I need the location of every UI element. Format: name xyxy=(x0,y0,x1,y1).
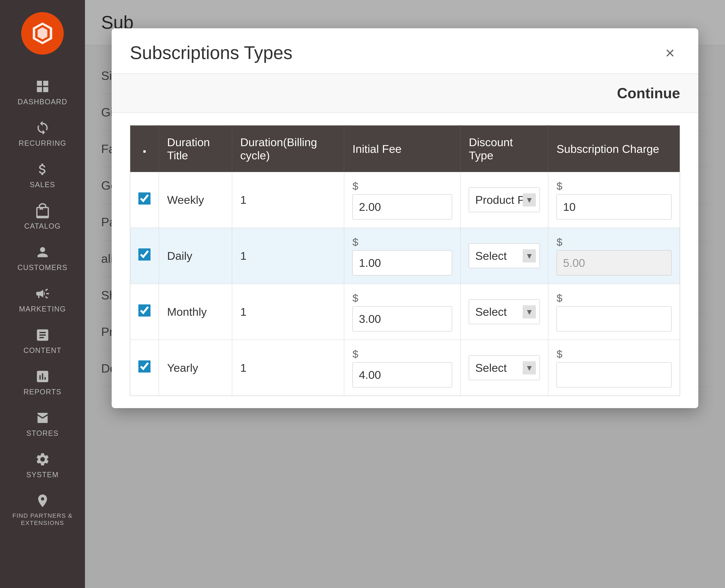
row-subscription-charge: $ xyxy=(548,172,680,228)
sidebar-item-content-label: CONTENT xyxy=(23,346,61,355)
row-monthly-discount-select[interactable]: SelectProduct PriceFixedPercent xyxy=(469,299,540,324)
marketing-icon xyxy=(35,286,50,301)
row-weekly-initial-fee-input[interactable] xyxy=(353,194,452,219)
row-weekly-checkbox[interactable] xyxy=(138,192,150,205)
sidebar-item-marketing[interactable]: MARKETING xyxy=(0,278,85,319)
catalog-icon xyxy=(35,203,50,218)
row-monthly-charge-input[interactable] xyxy=(557,306,671,332)
row-billing-cycle: 1 xyxy=(232,284,344,340)
row-yearly-initial-fee-input[interactable] xyxy=(353,362,452,387)
continue-bar: Continue xyxy=(112,74,698,113)
dollar-sign: $ xyxy=(557,292,671,304)
row-daily-initial-fee-input[interactable] xyxy=(353,250,452,275)
modal-overlay: Subscriptions Types × Continue xyxy=(85,0,725,588)
app-container: DASHBOARD RECURRING SALES CATALOG CUSTOM… xyxy=(0,0,725,588)
col-initial-fee: Initial Fee xyxy=(344,125,460,172)
col-check xyxy=(130,125,159,172)
row-weekly-charge-input[interactable] xyxy=(557,194,671,219)
continue-button[interactable]: Continue xyxy=(617,85,680,102)
sidebar-item-recurring[interactable]: RECURRING xyxy=(0,112,85,154)
row-initial-fee: $ xyxy=(344,228,460,284)
dollar-sign: $ xyxy=(557,180,671,192)
sales-icon xyxy=(35,162,50,177)
sidebar-item-stores[interactable]: STORES xyxy=(0,402,85,444)
row-discount-type: SelectProduct PriceFixedPercent▼ xyxy=(460,228,548,284)
dollar-sign: $ xyxy=(557,348,671,360)
select-wrapper: SelectProduct PriceFixedPercent▼ xyxy=(469,244,540,268)
subscription-modal: Subscriptions Types × Continue xyxy=(112,28,698,408)
table-header-row: Duration Title Duration(Billing cycle) I… xyxy=(130,125,680,172)
sidebar-item-dashboard-label: DASHBOARD xyxy=(18,98,67,106)
row-daily-charge-input xyxy=(557,250,671,275)
select-wrapper: SelectProduct PriceFixedPercent▼ xyxy=(469,299,540,324)
table-row: Yearly1$SelectProduct PriceFixedPercent▼… xyxy=(130,340,680,396)
row-checkbox-cell xyxy=(130,228,159,284)
dollar-sign: $ xyxy=(557,236,671,248)
row-discount-type: SelectProduct PriceFixedPercent▼ xyxy=(460,284,548,340)
table-row: Monthly1$SelectProduct PriceFixedPercent… xyxy=(130,284,680,340)
row-duration-title: Daily xyxy=(159,228,232,284)
row-weekly-discount-select[interactable]: SelectProduct PriceFixedPercent xyxy=(469,187,540,212)
row-monthly-checkbox[interactable] xyxy=(138,304,150,317)
row-initial-fee: $ xyxy=(344,284,460,340)
sidebar-item-reports-label: REPORTS xyxy=(23,388,61,396)
row-billing-cycle: 1 xyxy=(232,172,344,228)
magento-logo xyxy=(21,12,64,55)
row-daily-discount-select[interactable]: SelectProduct PriceFixedPercent xyxy=(469,244,540,268)
row-duration-title: Yearly xyxy=(159,340,232,396)
row-yearly-discount-select[interactable]: SelectProduct PriceFixedPercent xyxy=(469,355,540,380)
table-row: Weekly1$SelectProduct PriceFixedPercent▼… xyxy=(130,172,680,228)
row-yearly-charge-input[interactable] xyxy=(557,362,671,387)
row-subscription-charge: $ xyxy=(548,284,680,340)
stores-icon xyxy=(35,410,50,425)
col-duration-title: Duration Title xyxy=(159,125,232,172)
modal-close-button[interactable]: × xyxy=(660,43,680,63)
row-yearly-checkbox[interactable] xyxy=(138,360,150,373)
main-area: Sub Si Gift Fac Goo Par alie Sho Pri Dow… xyxy=(85,0,725,588)
sidebar: DASHBOARD RECURRING SALES CATALOG CUSTOM… xyxy=(0,0,85,588)
sidebar-item-reports[interactable]: REPORTS xyxy=(0,361,85,402)
sidebar-item-dashboard[interactable]: DASHBOARD xyxy=(0,71,85,112)
row-initial-fee: $ xyxy=(344,172,460,228)
sidebar-item-sales[interactable]: SALES xyxy=(0,154,85,195)
sidebar-item-find-partners[interactable]: FIND PARTNERS & EXTENSIONS xyxy=(0,485,85,532)
modal-title: Subscriptions Types xyxy=(130,42,293,63)
sidebar-item-system[interactable]: SYSTEM xyxy=(0,444,85,485)
sidebar-item-sales-label: SALES xyxy=(30,181,55,189)
sidebar-item-catalog[interactable]: CATALOG xyxy=(0,195,85,236)
row-billing-cycle: 1 xyxy=(232,340,344,396)
dashboard-icon xyxy=(35,79,50,94)
row-checkbox-cell xyxy=(130,340,159,396)
sidebar-item-content[interactable]: CONTENT xyxy=(0,319,85,361)
col-billing-cycle: Duration(Billing cycle) xyxy=(232,125,344,172)
row-checkbox-cell xyxy=(130,284,159,340)
row-subscription-charge: $ xyxy=(548,340,680,396)
row-discount-type: SelectProduct PriceFixedPercent▼ xyxy=(460,172,548,228)
sidebar-item-customers[interactable]: CUSTOMERS xyxy=(0,236,85,278)
row-daily-checkbox[interactable] xyxy=(138,248,150,260)
recurring-icon xyxy=(35,120,50,135)
sidebar-item-system-label: SYSTEM xyxy=(26,470,59,479)
logo-icon xyxy=(31,21,55,45)
sidebar-item-find-partners-label: FIND PARTNERS & EXTENSIONS xyxy=(4,512,81,527)
row-monthly-initial-fee-input[interactable] xyxy=(353,306,452,332)
modal-body: Duration Title Duration(Billing cycle) I… xyxy=(112,113,698,408)
row-duration-title: Weekly xyxy=(159,172,232,228)
row-billing-cycle: 1 xyxy=(232,228,344,284)
reports-icon xyxy=(35,369,50,384)
row-subscription-charge: $ xyxy=(548,228,680,284)
sidebar-item-catalog-label: CATALOG xyxy=(24,222,61,230)
col-discount-type: Discount Type xyxy=(460,125,548,172)
subscription-table: Duration Title Duration(Billing cycle) I… xyxy=(130,125,680,396)
partners-icon xyxy=(35,493,50,508)
sidebar-item-customers-label: CUSTOMERS xyxy=(17,264,67,272)
dollar-sign: $ xyxy=(353,180,452,192)
select-wrapper: SelectProduct PriceFixedPercent▼ xyxy=(469,355,540,380)
col-subscription-charge: Subscription Charge xyxy=(548,125,680,172)
dollar-sign: $ xyxy=(353,348,452,360)
dollar-sign: $ xyxy=(353,292,452,304)
row-duration-title: Monthly xyxy=(159,284,232,340)
row-discount-type: SelectProduct PriceFixedPercent▼ xyxy=(460,340,548,396)
table-row: Daily1$SelectProduct PriceFixedPercent▼$ xyxy=(130,228,680,284)
select-all-checkbox[interactable] xyxy=(143,150,146,153)
